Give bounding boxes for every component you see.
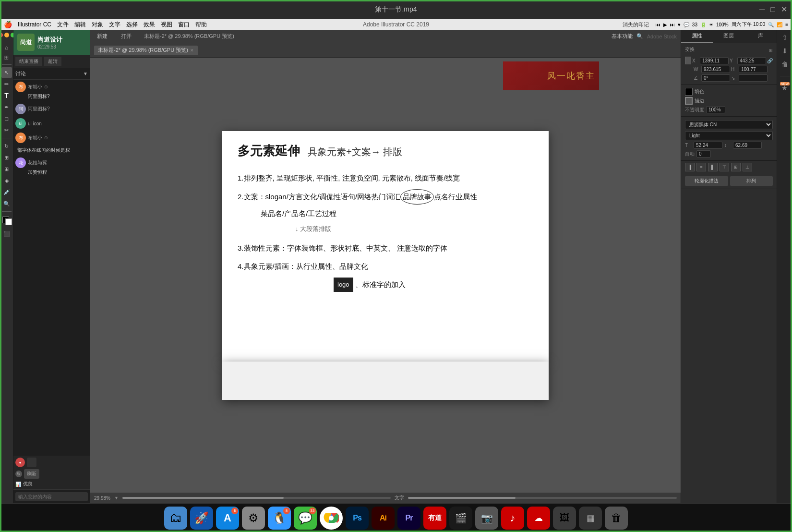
mesh-tool[interactable]: ⊞ — [1, 164, 12, 174]
canvas-scroll-bar[interactable] — [122, 497, 391, 499]
refresh-icon[interactable]: ↻ — [15, 471, 22, 477]
gradient-tool[interactable]: ◈ — [1, 175, 12, 186]
dock-appstore[interactable]: A 8 — [216, 507, 239, 530]
settings-icon[interactable]: ≡ — [785, 22, 788, 27]
stroke-color-swatch[interactable] — [685, 97, 693, 105]
align-bottom[interactable]: ⊥ — [743, 163, 752, 171]
document-tab[interactable]: 未标题-2* @ 29.98% (RGB/GPU 预览) ✕ — [94, 46, 198, 55]
dock-imageviewer[interactable]: 🖼 — [553, 507, 576, 530]
align-right[interactable]: ▌ — [708, 163, 718, 171]
minimize-traffic-light[interactable] — [4, 33, 9, 37]
chat-input[interactable] — [15, 492, 88, 501]
select-tool[interactable]: ↖ — [1, 67, 12, 78]
y-input[interactable] — [737, 57, 766, 64]
align-left[interactable]: ▐ — [685, 163, 695, 171]
arrange-button[interactable]: 排列 — [730, 176, 773, 186]
h-input[interactable] — [739, 66, 768, 73]
dock-imagecapture[interactable]: 📷 — [475, 507, 498, 530]
ai-search-icon[interactable]: 🔍 — [636, 33, 643, 39]
align-top[interactable]: ⊤ — [720, 163, 729, 171]
dock-sysprefs[interactable]: ⚙ — [242, 507, 265, 530]
rect-tool[interactable]: ◻ — [1, 113, 12, 124]
font-family-select[interactable]: 思源黑体 CN — [685, 120, 773, 129]
x-input[interactable] — [700, 57, 729, 64]
tab-layers[interactable]: 图层 — [713, 30, 744, 43]
menu-help[interactable]: 帮助 — [195, 21, 207, 29]
toolbar-new[interactable]: 新建 — [94, 32, 110, 41]
dock-chrome[interactable] — [320, 507, 343, 530]
toolbar-open[interactable]: 打开 — [118, 32, 134, 41]
menu-illustrator[interactable]: Illustrator CC — [18, 21, 51, 28]
shear-input[interactable] — [739, 74, 768, 82]
angle-input[interactable] — [701, 74, 730, 82]
dock-qq[interactable]: 🐧 8 — [268, 507, 291, 530]
chat-icon-folder[interactable] — [27, 458, 36, 467]
close-button[interactable]: ✕ — [781, 6, 787, 13]
chat-message-2: 阿 阿里图标? — [15, 104, 88, 114]
dock-illustrator[interactable]: Ai — [372, 507, 395, 530]
tab-close-icon[interactable]: ✕ — [190, 48, 194, 53]
dock-photoshop[interactable]: Ps — [346, 507, 369, 530]
dock-music[interactable]: ♪ — [501, 507, 524, 530]
menu-edit[interactable]: 编辑 — [74, 21, 86, 29]
dock-launchpad[interactable]: 🚀 — [190, 507, 213, 530]
scale-tool[interactable]: ⊞ — [1, 152, 12, 163]
delete-icon[interactable]: 🗑 — [781, 60, 788, 68]
w-label: W — [694, 67, 700, 72]
dock-youdao[interactable]: 有道 — [423, 507, 446, 530]
home-icon[interactable]: ⌂ — [1, 42, 12, 53]
fontsize-input[interactable] — [694, 142, 722, 149]
menu-object[interactable]: 对象 — [92, 21, 103, 29]
tracking-input[interactable] — [696, 150, 711, 157]
menu-file[interactable]: 文件 — [57, 21, 69, 29]
leading-input[interactable] — [733, 142, 762, 149]
apple-menu[interactable]: 🍎 — [4, 21, 12, 28]
dock-cloud[interactable]: ☁ — [527, 507, 550, 530]
star-icon[interactable]: ★ NEW — [781, 84, 788, 92]
menu-select[interactable]: 选择 — [126, 21, 138, 29]
type-tool[interactable]: T — [1, 90, 12, 101]
pen-tool[interactable]: ✏ — [1, 79, 12, 89]
dock-tableplus[interactable]: ▦ — [579, 507, 602, 530]
canvas-scroll-area[interactable]: 风一叱香主 多元素延伸 具象元素+文案→ 排版 1.排列整齐, 呈现矩形状, 平… — [90, 58, 681, 493]
zoom-tool[interactable]: 🔍 — [1, 198, 12, 209]
dock-finder[interactable]: 🗂 — [164, 507, 187, 530]
scissor-tool[interactable]: ✂ — [1, 125, 12, 135]
zoom-separator: ▼ — [114, 496, 119, 500]
w-input[interactable] — [701, 66, 730, 73]
menu-type[interactable]: 文字 — [109, 21, 120, 29]
menu-view[interactable]: 视图 — [161, 21, 172, 29]
discussion-toggle[interactable]: ▼ — [83, 71, 88, 76]
dock-finalcut[interactable]: 🎬 — [449, 507, 472, 530]
search-icon[interactable]: 🔍 — [768, 22, 774, 27]
reference-point[interactable] — [685, 57, 691, 64]
tab-properties[interactable]: 属性 — [681, 30, 713, 43]
dock-wechat[interactable]: 💬 33 — [294, 507, 317, 530]
brush-tool[interactable]: ✒ — [1, 102, 12, 112]
dock-premiere[interactable]: Pr — [397, 507, 420, 530]
horizontal-scrollbar[interactable] — [408, 497, 677, 499]
outline-button[interactable]: 轮廓化描边 — [685, 176, 728, 186]
font-style-select[interactable]: Light — [685, 131, 773, 140]
refresh-button[interactable]: 刷新 — [24, 469, 39, 479]
align-middle[interactable]: ⊞ — [731, 163, 741, 171]
share-icon[interactable]: ⇧ — [782, 34, 788, 41]
media-control-prev[interactable]: ⏮ — [656, 22, 660, 27]
eyedrop-tool[interactable]: 💉 — [1, 187, 12, 197]
close-traffic-light[interactable] — [0, 33, 3, 37]
tab-libraries[interactable]: 库 — [745, 30, 777, 43]
rotate-tool[interactable]: ↻ — [1, 141, 12, 151]
screen-mode[interactable]: ⬛ — [1, 229, 12, 239]
minimize-button[interactable]: ─ — [759, 6, 765, 13]
align-center[interactable]: ≡ — [696, 163, 706, 171]
fill-color-swatch[interactable] — [685, 88, 693, 96]
media-control-next[interactable]: ⏭ — [670, 22, 675, 27]
maximize-button[interactable]: □ — [770, 6, 775, 13]
media-control-play[interactable]: ▶ — [663, 22, 667, 27]
fill-stroke-swatch[interactable] — [1, 216, 12, 226]
download-icon[interactable]: ⬇ — [782, 47, 788, 55]
menu-effect[interactable]: 效果 — [144, 21, 155, 29]
dock-trash[interactable]: 🗑 — [605, 507, 628, 530]
opacity-input[interactable] — [706, 106, 725, 113]
menu-window[interactable]: 窗口 — [178, 21, 190, 29]
